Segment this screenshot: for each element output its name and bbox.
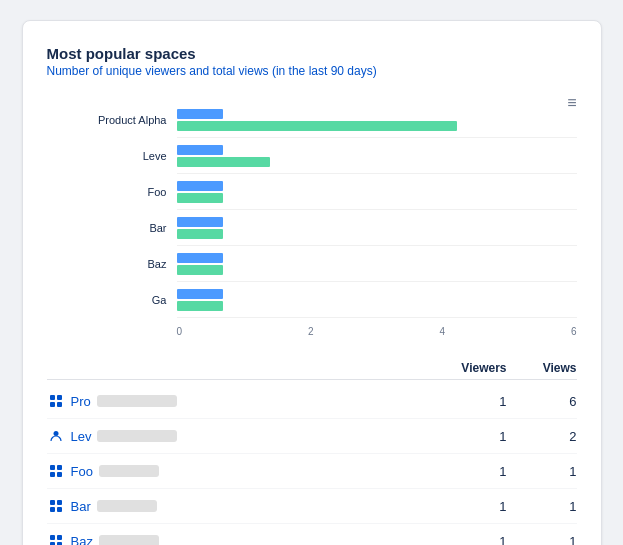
row-name[interactable]: Pro [71, 394, 91, 409]
chart-container: Product AlphaLeveFooBarBazGa [47, 94, 577, 318]
viewers-header: Viewers [437, 361, 507, 375]
row-viewers: 1 [437, 499, 507, 514]
row-name-wrap: Baz [47, 532, 437, 545]
svg-point-4 [53, 431, 58, 436]
svg-rect-9 [50, 500, 55, 505]
row-name-blur [97, 430, 177, 442]
chart-bars [177, 109, 577, 131]
row-name-wrap: Pro [47, 392, 437, 410]
row-viewers: 1 [437, 429, 507, 444]
svg-rect-3 [57, 402, 62, 407]
row-viewers: 1 [437, 464, 507, 479]
chart-bars-wrap [177, 102, 577, 138]
table-row: Lev12 [47, 419, 577, 454]
row-name-blur [99, 535, 159, 545]
table-rows: Pro16Lev12Foo11Bar11Baz11Gab11 [47, 384, 577, 545]
row-name[interactable]: Foo [71, 464, 93, 479]
chart-bars [177, 217, 577, 239]
chart-row: Baz [47, 246, 577, 282]
card-subtitle: Number of unique viewers and total views… [47, 64, 577, 78]
table-row: Foo11 [47, 454, 577, 489]
chart-area: ≡ Product AlphaLeveFooBarBazGa 0246 [47, 94, 577, 337]
chart-row-label: Baz [47, 258, 177, 270]
card-title: Most popular spaces [47, 45, 577, 62]
svg-rect-1 [57, 395, 62, 400]
chart-bars [177, 289, 577, 311]
svg-rect-10 [57, 500, 62, 505]
svg-rect-7 [50, 472, 55, 477]
row-name-wrap: Bar [47, 497, 437, 515]
grid-icon [47, 532, 65, 545]
row-name-blur [97, 395, 177, 407]
row-views: 6 [507, 394, 577, 409]
chart-row: Leve [47, 138, 577, 174]
row-name-blur [97, 500, 157, 512]
svg-rect-5 [50, 465, 55, 470]
chart-bars [177, 145, 577, 167]
table-row: Pro16 [47, 384, 577, 419]
chart-row: Bar [47, 210, 577, 246]
x-tick: 4 [439, 326, 445, 337]
svg-rect-2 [50, 402, 55, 407]
row-name-wrap: Foo [47, 462, 437, 480]
row-name[interactable]: Baz [71, 534, 93, 546]
row-name-blur [99, 465, 159, 477]
svg-rect-0 [50, 395, 55, 400]
grid-icon [47, 462, 65, 480]
svg-rect-14 [57, 535, 62, 540]
row-views: 1 [507, 464, 577, 479]
chart-bars-wrap [177, 246, 577, 282]
table-row: Bar11 [47, 489, 577, 524]
row-views: 2 [507, 429, 577, 444]
row-views: 1 [507, 499, 577, 514]
chart-bars-wrap [177, 138, 577, 174]
svg-rect-6 [57, 465, 62, 470]
row-name[interactable]: Lev [71, 429, 92, 444]
svg-rect-13 [50, 535, 55, 540]
person-icon [47, 427, 65, 445]
chart-row-label: Ga [47, 294, 177, 306]
x-tick: 6 [571, 326, 577, 337]
table-row: Baz11 [47, 524, 577, 545]
views-header: Views [507, 361, 577, 375]
grid-icon [47, 497, 65, 515]
x-tick: 0 [177, 326, 183, 337]
x-axis: 0246 [177, 322, 577, 337]
row-name[interactable]: Bar [71, 499, 91, 514]
table-header: Viewers Views [47, 361, 577, 380]
chart-bars-wrap [177, 174, 577, 210]
chart-row-label: Leve [47, 150, 177, 162]
svg-rect-12 [57, 507, 62, 512]
chart-row-label: Foo [47, 186, 177, 198]
most-popular-spaces-card: Most popular spaces Number of unique vie… [22, 20, 602, 545]
chart-row-label: Bar [47, 222, 177, 234]
chart-bars-wrap [177, 282, 577, 318]
chart-row-label: Product Alpha [47, 114, 177, 126]
row-viewers: 1 [437, 534, 507, 546]
svg-rect-11 [50, 507, 55, 512]
chart-bars [177, 181, 577, 203]
chart-row: Product Alpha [47, 102, 577, 138]
x-tick: 2 [308, 326, 314, 337]
row-name-wrap: Lev [47, 427, 437, 445]
chart-row: Foo [47, 174, 577, 210]
chart-bars [177, 253, 577, 275]
x-ticks: 0246 [177, 322, 577, 337]
svg-rect-8 [57, 472, 62, 477]
grid-icon [47, 392, 65, 410]
row-viewers: 1 [437, 394, 507, 409]
chart-row: Ga [47, 282, 577, 318]
table-area: Viewers Views Pro16Lev12Foo11Bar11Baz11G… [47, 361, 577, 545]
row-views: 1 [507, 534, 577, 546]
chart-bars-wrap [177, 210, 577, 246]
